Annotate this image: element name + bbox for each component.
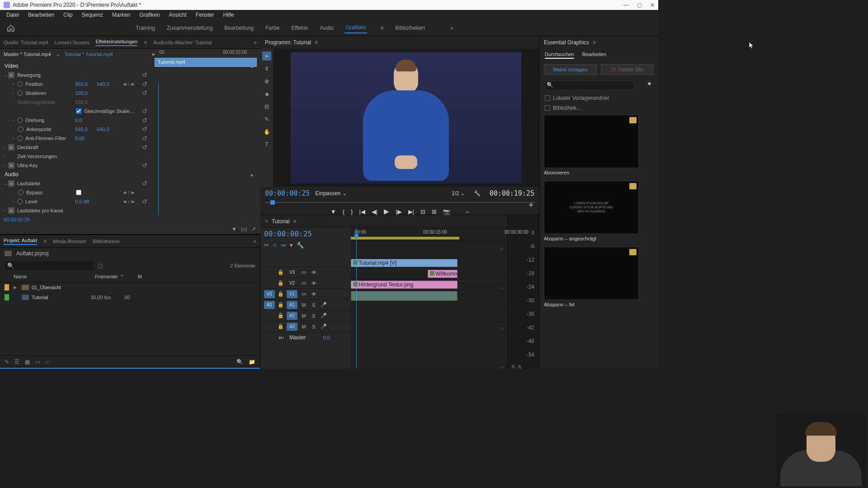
solo-icon[interactable]: S xyxy=(310,313,317,319)
home-button[interactable] xyxy=(5,23,17,33)
goto-in-icon[interactable]: |◀ xyxy=(359,208,365,215)
ec-position-y[interactable]: 540,0 xyxy=(97,81,109,87)
ec-playhead[interactable] xyxy=(158,83,159,215)
eye-icon[interactable]: 👁 xyxy=(310,270,317,275)
hand-tool-icon[interactable]: ✋ xyxy=(262,127,271,136)
eg-template[interactable]: LOREM IPSUM DOLORCONSECTETUR ADIPISCINGS… xyxy=(544,181,654,243)
solo-r[interactable]: S xyxy=(518,364,521,369)
step-back-icon[interactable]: ◀| xyxy=(372,208,377,215)
ec-drehung-val[interactable]: 0,0 xyxy=(75,117,82,123)
src-v1[interactable]: V1 xyxy=(264,290,275,298)
track-v2[interactable]: V2 xyxy=(287,279,297,287)
playonly-icon[interactable]: ▷| xyxy=(241,226,247,232)
work-area-bar[interactable] xyxy=(351,237,459,239)
track-a1[interactable]: A1 xyxy=(287,301,297,309)
ec-antiflimmer-val[interactable]: 0,00 xyxy=(75,136,85,141)
expand-icon[interactable]: › xyxy=(13,118,17,122)
close-button[interactable]: ✕ xyxy=(650,2,655,8)
eye-icon[interactable]: 👁 xyxy=(310,281,317,286)
timeline-playhead[interactable] xyxy=(356,228,357,369)
export-frame-icon[interactable]: 📷 xyxy=(443,208,450,215)
program-viewer[interactable] xyxy=(291,52,521,183)
voice-icon[interactable]: 🎤 xyxy=(320,313,327,319)
menu-marken[interactable]: Marken xyxy=(108,11,134,19)
timeline-ruler[interactable]: :00:00 00:00:15:00 00:00:30:00 xyxy=(351,228,507,241)
lock-icon[interactable]: 🔒 xyxy=(278,313,284,319)
menu-fenster[interactable]: Fenster xyxy=(192,11,218,19)
favorites-icon[interactable]: ★ xyxy=(645,80,654,90)
project-search-input[interactable] xyxy=(5,261,94,270)
toggle-output-icon[interactable]: ▭ xyxy=(300,269,307,275)
tab-quelle[interactable]: Quelle: Tutorial.mp4 xyxy=(4,40,48,45)
clip-v2[interactable]: Willkomm xyxy=(428,270,458,278)
menu-sequenz[interactable]: Sequenz xyxy=(78,11,107,19)
magnet-icon[interactable]: ∩ xyxy=(273,242,277,249)
ec-zeitverzerrung[interactable]: Zeit-Verzerrungen xyxy=(17,154,57,159)
fx-badge-icon[interactable]: fx xyxy=(8,180,14,187)
solo-icon[interactable]: S xyxy=(310,302,317,308)
tab-effekteinstellungen[interactable]: Effekteinstellungen xyxy=(95,39,137,46)
expand-icon[interactable]: › xyxy=(4,154,8,159)
eg-filter-stock[interactable]: StAdobe Sto xyxy=(601,64,654,75)
eg-filter-mine[interactable]: Meine Vorlagen xyxy=(544,64,597,75)
lift-icon[interactable]: ⊟ xyxy=(420,208,425,215)
menu-grafiken[interactable]: Grafiken xyxy=(136,11,163,19)
clip-v3[interactable]: Tutorial.mp4 [V] xyxy=(351,259,458,267)
freeform-icon[interactable]: ▭ xyxy=(35,359,40,365)
expand-icon[interactable]: › xyxy=(4,208,8,213)
bypass-checkbox[interactable] xyxy=(76,190,81,195)
selection-tool-icon[interactable]: ➤ xyxy=(262,52,271,61)
reset-icon[interactable]: ↺ xyxy=(142,80,147,88)
expand-icon[interactable]: ⌄ xyxy=(4,181,8,186)
keyframe-nav[interactable]: ◀ ◇ ▶ xyxy=(123,190,135,195)
workspace-menu-icon[interactable]: ≡ xyxy=(380,23,385,33)
menu-ansicht[interactable]: Ansicht xyxy=(165,11,190,19)
clip-a1[interactable] xyxy=(351,291,458,301)
icon-view-icon[interactable]: ▦ xyxy=(25,359,30,365)
list-view-icon[interactable]: ☰ xyxy=(14,359,19,365)
ec-lautstaerke[interactable]: Lautstärke xyxy=(17,181,40,186)
ec-skalieren-val[interactable]: 100,0 xyxy=(75,90,88,96)
src-a1[interactable]: A1 xyxy=(264,301,275,309)
scroll-handle[interactable]: ○ xyxy=(500,246,505,252)
stopwatch-icon[interactable] xyxy=(17,136,23,141)
new-item-icon[interactable]: ✎ xyxy=(5,359,9,365)
workspace-training[interactable]: Training xyxy=(135,23,156,33)
eg-tab-browse[interactable]: Durchsuchen xyxy=(545,52,574,59)
lock-icon[interactable]: 🔒 xyxy=(278,324,284,329)
add-button[interactable]: + xyxy=(528,201,533,210)
filter-button[interactable]: ▢ xyxy=(98,263,103,269)
menu-datei[interactable]: Datei xyxy=(3,11,23,19)
expand-icon[interactable]: ▶ xyxy=(14,285,19,290)
ec-anker-y[interactable]: 540,0 xyxy=(97,127,109,132)
eg-template[interactable]: Abonnieren xyxy=(544,115,654,177)
find-icon[interactable]: 🔍 xyxy=(236,359,243,365)
extract-icon[interactable]: ⊞ xyxy=(432,208,437,215)
close-icon[interactable]: × xyxy=(265,218,268,225)
mute-icon[interactable]: M xyxy=(300,302,307,308)
align-tool-icon[interactable]: ⊟ xyxy=(262,102,271,111)
stopwatch-icon[interactable] xyxy=(17,199,23,204)
new-bin-icon[interactable]: 📁 xyxy=(249,359,255,365)
fx-badge-icon[interactable]: fx xyxy=(8,207,14,214)
reset-icon[interactable]: ↺ xyxy=(142,198,147,205)
menu-bearbeiten[interactable]: Bearbeiten xyxy=(24,11,58,19)
track-a2[interactable]: A2 xyxy=(287,312,297,320)
keyframe-nav[interactable]: ◀ ◇ ▶ xyxy=(123,82,135,86)
expand-icon[interactable]: › xyxy=(13,199,17,204)
program-fit-dropdown[interactable]: Einpassen⌄ xyxy=(315,190,347,197)
col-name[interactable]: Name xyxy=(5,274,95,280)
ec-deckkraft[interactable]: Deckkraft xyxy=(17,145,38,150)
track-v3[interactable]: V3 xyxy=(287,268,297,277)
link-icon[interactable]: ⫘ xyxy=(280,242,286,249)
anchor-tool-icon[interactable]: ⊕ xyxy=(262,77,271,86)
workspace-zusammenstellung[interactable]: Zusammenstellung xyxy=(166,23,213,33)
project-item-bin[interactable]: ▶ 01_Übersicht xyxy=(0,282,260,292)
minimize-button[interactable]: — xyxy=(623,2,629,8)
stopwatch-icon[interactable] xyxy=(18,190,24,195)
eg-search-input[interactable] xyxy=(544,80,634,90)
eg-template[interactable]: Abspann – fet xyxy=(544,247,654,309)
goto-out-icon[interactable]: ▶| xyxy=(408,208,414,215)
sort-arrow-icon[interactable]: ⌃ xyxy=(120,274,124,280)
expand-icon[interactable]: › xyxy=(13,136,17,141)
